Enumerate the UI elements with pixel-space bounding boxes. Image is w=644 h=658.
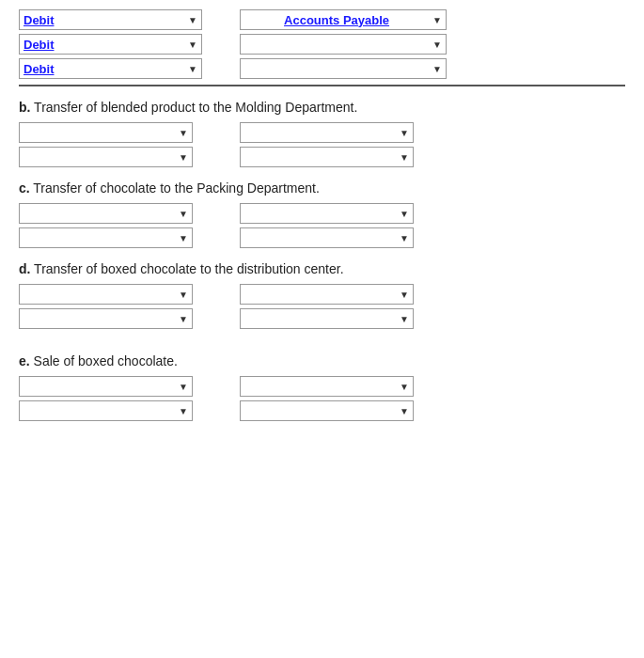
section-d-left-1[interactable]: ▼ [19, 284, 193, 305]
section-d-row-2: ▼ ▼ [19, 308, 625, 329]
top-right-empty-arrow-2: ▼ [432, 64, 442, 74]
section-d-right-1[interactable]: ▼ [240, 284, 414, 305]
section-d-left-2-arrow: ▼ [179, 314, 188, 324]
section-c-row-1: ▼ ▼ [19, 203, 625, 224]
top-left-label-2: Debit [24, 38, 184, 52]
section-c-text: Transfer of chocolate to the Packing Dep… [33, 180, 320, 196]
section-c-right-1[interactable]: ▼ [240, 203, 414, 224]
section-b-text: Transfer of blended product to the Moldi… [34, 100, 357, 115]
top-right-fields: Accounts Payable ▼ ▼ ▼ [240, 9, 447, 79]
section-e-letter: e. [19, 353, 30, 368]
section-d-left-2[interactable]: ▼ [19, 308, 193, 329]
section-c-left-2-arrow: ▼ [179, 233, 188, 243]
section-c-left-1-arrow: ▼ [179, 209, 188, 219]
section-c-row-2: ▼ ▼ [19, 227, 625, 248]
section-b-right-2[interactable]: ▼ [240, 147, 414, 167]
accounts-payable-arrow: ▼ [432, 15, 442, 25]
section-c-right-1-arrow: ▼ [400, 209, 409, 219]
top-left-fields: Debit ▼ Debit ▼ Debit ▼ [19, 9, 202, 79]
section-b-letter: b. [19, 100, 30, 115]
accounts-payable-select[interactable]: Accounts Payable ▼ [240, 9, 447, 30]
section-b-right-1[interactable]: ▼ [240, 122, 414, 143]
section-c-right-2-arrow: ▼ [400, 233, 409, 243]
spacer-de [19, 333, 625, 340]
top-left-label-1: Debit [24, 13, 184, 27]
section-c-letter: c. [19, 180, 30, 196]
section-c-right-2[interactable]: ▼ [240, 227, 414, 248]
section-d-letter: d. [19, 261, 30, 276]
section-c-header: c. Transfer of chocolate to the Packing … [19, 180, 625, 196]
top-right-empty-arrow-1: ▼ [432, 39, 442, 50]
section-d-right-2-arrow: ▼ [400, 314, 409, 324]
top-left-arrow-2: ▼ [188, 39, 197, 50]
section-b-right-1-arrow: ▼ [400, 128, 409, 138]
top-left-arrow-1: ▼ [188, 15, 197, 25]
section-b-left-2[interactable]: ▼ [19, 147, 193, 167]
top-right-empty-select-1[interactable]: ▼ [240, 34, 447, 55]
section-b-left-2-arrow: ▼ [179, 152, 188, 163]
section-e-left-2[interactable]: ▼ [19, 400, 193, 421]
top-left-label-3: Debit [24, 62, 184, 76]
section-c-left-2[interactable]: ▼ [19, 227, 193, 248]
top-section: Debit ▼ Debit ▼ Debit ▼ Accounts Payable… [19, 9, 625, 86]
section-b-header: b. Transfer of blended product to the Mo… [19, 100, 625, 115]
section-d-right-1-arrow: ▼ [400, 290, 409, 300]
top-left-select-1[interactable]: Debit ▼ [19, 9, 202, 30]
section-d-row-1: ▼ ▼ [19, 284, 625, 305]
section-e-left-1-arrow: ▼ [179, 382, 188, 392]
section-b-row-1: ▼ ▼ [19, 122, 625, 143]
accounts-payable-label: Accounts Payable [244, 13, 429, 27]
top-left-select-2[interactable]: Debit ▼ [19, 34, 202, 55]
section-e-right-2-arrow: ▼ [400, 406, 409, 416]
section-e-text: Sale of boxed chocolate. [34, 353, 178, 368]
section-e-row-1: ▼ ▼ [19, 376, 625, 397]
section-e-right-1[interactable]: ▼ [240, 376, 414, 397]
page: Debit ▼ Debit ▼ Debit ▼ Accounts Payable… [0, 0, 644, 658]
section-e-left-1[interactable]: ▼ [19, 376, 193, 397]
section-d-header: d. Transfer of boxed chocolate to the di… [19, 261, 625, 276]
section-b-right-2-arrow: ▼ [400, 152, 409, 163]
section-d-text: Transfer of boxed chocolate to the distr… [34, 261, 343, 276]
top-right-empty-select-2[interactable]: ▼ [240, 58, 447, 79]
section-e-right-2[interactable]: ▼ [240, 400, 414, 421]
section-b-left-1[interactable]: ▼ [19, 122, 193, 143]
section-e-row-2: ▼ ▼ [19, 400, 625, 421]
section-d-left-1-arrow: ▼ [179, 290, 188, 300]
section-e-header: e. Sale of boxed chocolate. [19, 353, 625, 368]
section-e-right-1-arrow: ▼ [400, 382, 409, 392]
top-left-arrow-3: ▼ [188, 64, 197, 74]
top-left-select-3[interactable]: Debit ▼ [19, 58, 202, 79]
section-c-left-1[interactable]: ▼ [19, 203, 193, 224]
section-d-right-2[interactable]: ▼ [240, 308, 414, 329]
section-e-left-2-arrow: ▼ [179, 406, 188, 416]
section-b-row-2: ▼ ▼ [19, 147, 625, 167]
section-b-left-1-arrow: ▼ [179, 128, 188, 138]
